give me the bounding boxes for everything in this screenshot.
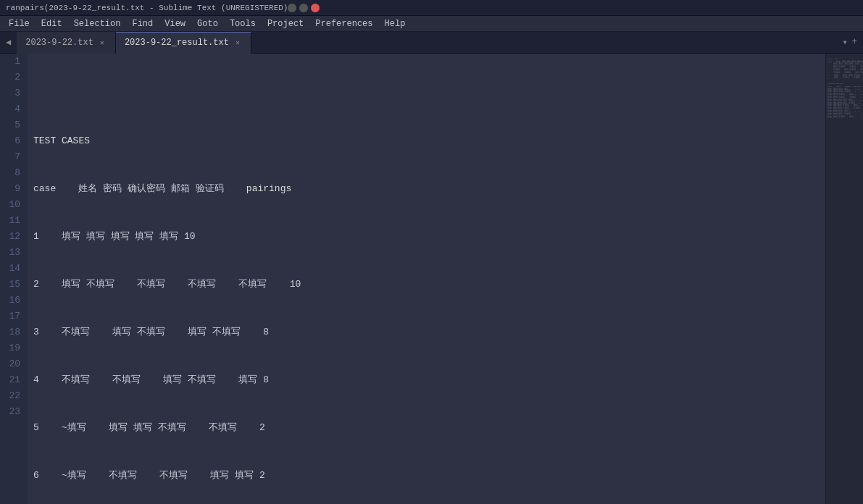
line-num-10: 10 xyxy=(6,197,20,213)
line-num-9: 9 xyxy=(6,181,20,197)
line-num-1: 1 xyxy=(6,54,20,70)
tabbar-dropdown-icon[interactable]: ▾ xyxy=(843,37,848,48)
minimap-content: TEST CASES case 姓名 密码 确认密码 邮箱 验证码 pairin… xyxy=(826,54,863,504)
code-line-9: 6 ~填写 不填写 不填写 填写 填写 2 xyxy=(33,468,825,484)
line-numbers: 1 2 3 4 5 6 7 8 9 10 11 12 13 14 15 16 1… xyxy=(0,54,28,504)
tabbar-left-arrow[interactable]: ◀ xyxy=(0,37,17,48)
menu-find[interactable]: Find xyxy=(126,17,159,30)
tab-file2[interactable]: 2023-9-22_result.txt ✕ xyxy=(116,32,251,54)
line-num-20: 20 xyxy=(6,356,20,372)
titlebar-controls xyxy=(288,4,320,12)
line-num-4: 4 xyxy=(6,101,20,117)
menu-project[interactable]: Project xyxy=(262,17,309,30)
minimap: TEST CASES case 姓名 密码 确认密码 邮箱 验证码 pairin… xyxy=(825,54,863,504)
menubar: File Edit Selection Find View Goto Tools… xyxy=(0,16,863,32)
menu-file[interactable]: File xyxy=(3,17,36,30)
close-icon[interactable] xyxy=(311,4,320,12)
maximize-icon[interactable] xyxy=(299,4,308,12)
tab-file1[interactable]: 2023-9-22.txt ✕ xyxy=(17,32,116,54)
line-num-8: 8 xyxy=(6,165,20,181)
code-line-4: 1 填写 填写 填写 填写 填写 10 xyxy=(33,229,825,245)
line-num-13: 13 xyxy=(6,245,20,261)
code-line-2: TEST CASES xyxy=(33,133,825,149)
line-num-21: 21 xyxy=(6,372,20,388)
tabbar-right: ▾ + xyxy=(837,37,863,48)
menu-tools[interactable]: Tools xyxy=(224,17,262,30)
tab2-close-icon[interactable]: ✕ xyxy=(233,38,242,48)
tab1-close-icon[interactable]: ✕ xyxy=(98,38,107,48)
line-num-5: 5 xyxy=(6,117,20,133)
line-num-14: 14 xyxy=(6,261,20,277)
code-line-7: 4 不填写 不填写 填写 不填写 填写 8 xyxy=(33,372,825,388)
line-num-23: 23 xyxy=(6,404,20,420)
line-num-3: 3 xyxy=(6,85,20,101)
line-num-12: 12 xyxy=(6,229,20,245)
code-line-5: 2 填写 不填写 不填写 不填写 不填写 10 xyxy=(33,277,825,293)
titlebar-text: ranpairs(2023-9-22_result.txt - Sublime … xyxy=(6,4,288,12)
line-num-7: 7 xyxy=(6,149,20,165)
line-num-6: 6 xyxy=(6,133,20,149)
code-line-3: case 姓名 密码 确认密码 邮箱 验证码 pairings xyxy=(33,181,825,197)
line-num-15: 15 xyxy=(6,277,20,293)
code-content[interactable]: TEST CASES case 姓名 密码 确认密码 邮箱 验证码 pairin… xyxy=(28,54,825,504)
menu-edit[interactable]: Edit xyxy=(36,17,68,30)
menu-view[interactable]: View xyxy=(159,17,191,30)
line-num-19: 19 xyxy=(6,340,20,356)
menu-selection[interactable]: Selection xyxy=(68,17,127,30)
tab1-label: 2023-9-22.txt xyxy=(25,38,93,48)
line-num-22: 22 xyxy=(6,388,20,404)
code-line-8: 5 ~填写 填写 填写 不填写 不填写 2 xyxy=(33,420,825,436)
code-line-1 xyxy=(33,85,825,101)
titlebar: ranpairs(2023-9-22_result.txt - Sublime … xyxy=(0,0,863,16)
tab2-label: 2023-9-22_result.txt xyxy=(125,38,229,48)
line-num-11: 11 xyxy=(6,213,20,229)
editor: 1 2 3 4 5 6 7 8 9 10 11 12 13 14 15 16 1… xyxy=(0,54,863,504)
menu-help[interactable]: Help xyxy=(379,17,412,30)
menu-goto[interactable]: Goto xyxy=(191,17,224,30)
line-num-17: 17 xyxy=(6,308,20,324)
line-num-2: 2 xyxy=(6,70,20,85)
line-num-16: 16 xyxy=(6,293,20,308)
minimize-icon[interactable] xyxy=(288,4,296,12)
code-line-6: 3 不填写 填写 不填写 填写 不填写 8 xyxy=(33,324,825,340)
tabbar-new-tab-icon[interactable]: + xyxy=(852,37,857,48)
line-num-18: 18 xyxy=(6,324,20,340)
menu-preferences[interactable]: Preferences xyxy=(309,17,378,30)
tabbar: ◀ 2023-9-22.txt ✕ 2023-9-22_result.txt ✕… xyxy=(0,32,863,54)
